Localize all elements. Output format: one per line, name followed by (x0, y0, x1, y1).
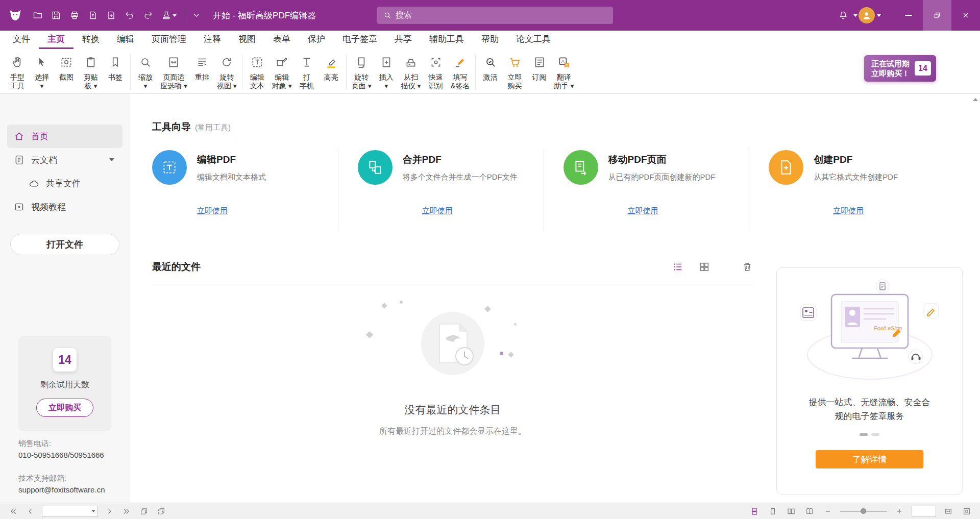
tool-subscribe[interactable]: 订阅 (527, 52, 552, 82)
tool-label: 激活 (483, 73, 498, 82)
tool-zoom[interactable]: 缩放 ▾ (133, 52, 158, 90)
tool-rotate-view[interactable]: 旋转 视图 ▾ (214, 52, 239, 90)
tool-reflow[interactable]: 重排 (190, 52, 214, 82)
zoom-out-button[interactable] (822, 505, 834, 517)
tool-bookmark[interactable]: 书签 (103, 52, 128, 82)
use-now-link[interactable]: 立即使用 (422, 206, 453, 216)
menu-file[interactable]: 文件 (4, 31, 39, 49)
sidebar-item-cloud-docs[interactable]: 云文档 (7, 148, 122, 171)
menu-paper-tools[interactable]: 论文工具 (507, 31, 559, 49)
cloud-icon (29, 178, 39, 189)
tool-from-scanner[interactable]: 从扫 描仪 ▾ (399, 52, 424, 90)
chevron-down-icon[interactable] (853, 14, 857, 17)
previous-page-button[interactable] (24, 505, 37, 517)
last-page-button[interactable] (120, 505, 133, 517)
menu-page-management[interactable]: 页面管理 (143, 31, 195, 49)
tool-fill-sign[interactable]: 填写 &签名 (448, 52, 473, 90)
menu-share[interactable]: 共享 (386, 31, 421, 49)
account-avatar[interactable] (857, 0, 876, 31)
tool-label: 选择 (35, 73, 49, 82)
snapshot-alt-button[interactable] (155, 505, 167, 517)
save-button[interactable] (47, 0, 65, 31)
page-number-input[interactable] (44, 507, 91, 515)
trial-buy-banner[interactable]: 正在试用期 立即购买！ 14 (864, 55, 936, 82)
page-number-box[interactable] (42, 506, 98, 517)
continuous-view-button[interactable] (748, 505, 761, 517)
sidebar-item-video-tutorials[interactable]: 视频教程 (7, 195, 122, 218)
edit-pdf-icon (152, 150, 187, 185)
tool-clipboard[interactable]: 剪贴 板 ▾ (79, 52, 103, 90)
use-now-link[interactable]: 立即使用 (197, 206, 228, 216)
chevron-down-icon[interactable] (109, 158, 114, 161)
menu-edit[interactable]: 编辑 (108, 31, 143, 49)
next-page-button[interactable] (103, 505, 115, 517)
list-view-button[interactable] (672, 261, 684, 273)
tool-page-fit[interactable]: 页面适 应选项 ▾ (158, 52, 190, 90)
menu-home[interactable]: 主页 (39, 31, 74, 49)
fit-width-button[interactable] (942, 505, 954, 517)
tool-label: 识别 (429, 82, 443, 90)
tool-translate-assistant[interactable]: A文 翻译 助手 ▾ (552, 52, 577, 90)
undo-button[interactable] (120, 0, 139, 31)
minimize-button[interactable] (894, 0, 923, 31)
menu-help[interactable]: 帮助 (473, 31, 507, 49)
sidebar-item-label: 首页 (31, 131, 48, 142)
use-now-link[interactable]: 立即使用 (833, 206, 864, 216)
menu-form[interactable]: 表单 (264, 31, 299, 49)
zoom-level-box[interactable] (912, 506, 936, 517)
create-pdf-button[interactable] (102, 0, 120, 31)
chevron-down-icon[interactable] (91, 510, 95, 512)
menu-accessibility[interactable]: 辅助工具 (421, 31, 473, 49)
chevron-down-icon[interactable] (877, 14, 881, 17)
tool-select[interactable]: 选择 ▾ (30, 52, 54, 90)
scroll-up-icon[interactable] (973, 98, 978, 101)
tool-insert-pages[interactable]: 插入 ▾ (374, 52, 399, 90)
tool-activate[interactable]: 激活 (478, 52, 503, 82)
close-button[interactable] (951, 0, 980, 31)
menu-convert[interactable]: 转换 (74, 31, 108, 49)
stamp-sign-button[interactable] (157, 0, 181, 31)
zoom-slider[interactable] (840, 511, 887, 512)
tool-highlight[interactable]: 高亮 (319, 52, 344, 82)
menu-comment[interactable]: 注释 (195, 31, 230, 49)
zoom-slider-thumb[interactable] (861, 508, 866, 514)
sidebar-item-shared-files[interactable]: 共享文件 (7, 171, 122, 195)
tool-hand[interactable]: 手型 工具 (5, 52, 30, 90)
menu-esign[interactable]: 电子签章 (334, 31, 386, 49)
carousel-dot[interactable] (871, 433, 879, 436)
restore-button[interactable] (923, 0, 951, 31)
first-page-button[interactable] (7, 505, 19, 517)
snapshot-button[interactable] (138, 505, 150, 517)
sidebar-item-home[interactable]: 首页 (7, 125, 122, 148)
tool-ocr[interactable]: 快速 识别 (424, 52, 448, 90)
tool-snapshot[interactable]: 截图 (54, 52, 79, 82)
search-input[interactable] (396, 11, 607, 20)
customize-toolbar-button[interactable] (187, 0, 206, 31)
tool-buy-now[interactable]: 立即 购买 (503, 52, 527, 90)
single-page-view-button[interactable] (767, 505, 779, 517)
grid-view-button[interactable] (698, 261, 710, 273)
search-box[interactable] (377, 7, 613, 24)
open-file-button[interactable] (29, 0, 47, 31)
zoom-in-button[interactable] (893, 505, 905, 517)
tool-typewriter[interactable]: 打 字机 (295, 52, 319, 90)
open-file-button-sidebar[interactable]: 打开文件 (10, 234, 119, 255)
export-pdf-button[interactable] (84, 0, 102, 31)
zoom-level-input[interactable] (912, 506, 936, 516)
menu-view[interactable]: 视图 (230, 31, 264, 49)
learn-more-button[interactable]: 了解详情 (816, 450, 923, 468)
tool-edit-object[interactable]: 编辑 对象 ▾ (270, 52, 295, 90)
menu-protect[interactable]: 保护 (299, 31, 334, 49)
tool-edit-text[interactable]: 编辑 文本 (245, 52, 270, 90)
buy-now-button[interactable]: 立即购买 (36, 399, 93, 417)
redo-button[interactable] (139, 0, 157, 31)
tool-rotate-pages[interactable]: 旋转 页面 ▾ (349, 52, 374, 90)
notifications-button[interactable] (834, 0, 852, 31)
carousel-dot[interactable] (860, 433, 868, 436)
facing-view-button[interactable] (785, 505, 797, 517)
book-view-button[interactable] (803, 505, 816, 517)
fit-page-button[interactable] (961, 505, 973, 517)
use-now-link[interactable]: 立即使用 (628, 206, 658, 216)
clear-recent-button[interactable] (741, 261, 753, 273)
print-button[interactable] (65, 0, 84, 31)
